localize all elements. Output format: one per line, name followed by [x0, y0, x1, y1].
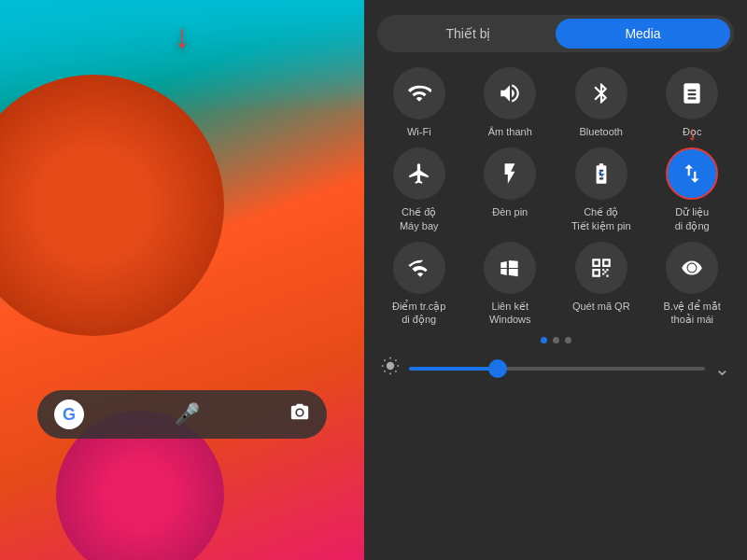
brightness-thumb[interactable]: [488, 359, 507, 378]
quick-settings-panel: Thiết bị Media Wi-Fi Âm thanh: [364, 0, 747, 560]
quick-item-hotspot[interactable]: Điểm tr.cậpdi động: [377, 242, 461, 327]
quick-item-qr[interactable]: Quét mã QR: [559, 242, 643, 327]
may-bay-label: Chế độMáy bay: [400, 205, 439, 232]
tiet-kiem-label: Chế độTiết kiệm pin: [571, 205, 631, 232]
quick-item-wifi[interactable]: Wi-Fi: [377, 67, 461, 138]
qr-label: Quét mã QR: [572, 300, 630, 313]
brightness-fill: [409, 367, 498, 371]
may-bay-icon-wrap: [393, 147, 445, 200]
tab-media[interactable]: Media: [556, 19, 730, 49]
brightness-slider-track[interactable]: [409, 367, 705, 371]
dot-1: [541, 337, 547, 343]
windows-icon-wrap: [484, 242, 536, 294]
google-logo: G: [54, 399, 84, 429]
wifi-icon-wrap: [393, 67, 445, 119]
chevron-down-icon[interactable]: ⌄: [714, 357, 730, 380]
hotspot-icon-wrap: [393, 242, 445, 294]
mic-icon[interactable]: 🎤: [175, 402, 200, 427]
page-indicator: [377, 337, 734, 343]
svg-point-1: [387, 362, 394, 370]
quick-item-tiet-kiem[interactable]: Chế độTiết kiệm pin: [559, 147, 643, 232]
quick-item-may-bay[interactable]: Chế độMáy bay: [377, 147, 461, 232]
brightness-control[interactable]: ⌄: [377, 357, 734, 380]
google-search-bar[interactable]: G 🎤: [37, 390, 327, 439]
dot-2: [553, 337, 559, 343]
quick-item-am-thanh[interactable]: Âm thanh: [469, 67, 553, 138]
am-thanh-icon-wrap: [484, 67, 536, 119]
du-lieu-label: Dữ liệudi động: [675, 205, 710, 232]
left-panel: ↓ G 🎤: [0, 0, 364, 560]
hotspot-label: Điểm tr.cậpdi động: [392, 300, 445, 327]
quick-item-windows[interactable]: Liên kếtWindows: [469, 242, 553, 327]
doc-icon-wrap: [666, 67, 718, 119]
bluetooth-icon-wrap: [575, 67, 627, 119]
tab-thiet-bi[interactable]: Thiết bị: [381, 19, 556, 49]
quick-toggle-grid: Wi-Fi Âm thanh Bluetooth: [377, 67, 734, 326]
am-thanh-label: Âm thanh: [488, 125, 532, 138]
den-pin-icon-wrap: [484, 147, 536, 200]
dot-3: [565, 337, 571, 343]
windows-label: Liên kếtWindows: [489, 300, 531, 327]
wifi-label: Wi-Fi: [407, 125, 431, 138]
bluetooth-label: Bluetooth: [580, 125, 623, 138]
den-pin-label: Đèn pin: [492, 205, 528, 218]
red-arrow-right-icon: ↓: [687, 121, 698, 146]
quick-item-bluetooth[interactable]: Bluetooth: [559, 67, 643, 138]
brightness-icon: [381, 357, 400, 380]
qr-icon-wrap: [575, 242, 627, 294]
tiet-kiem-icon-wrap: [575, 147, 627, 200]
quick-item-eye-comfort[interactable]: B.vệ để mắtthoải mái: [651, 242, 735, 327]
red-arrow-top-icon: ↓: [174, 17, 190, 56]
camera-icon[interactable]: [289, 402, 310, 427]
panel-tabs: Thiết bị Media: [377, 15, 734, 52]
quick-item-du-lieu[interactable]: ↓ Dữ liệudi động: [651, 147, 735, 232]
quick-item-den-pin[interactable]: Đèn pin: [469, 147, 553, 232]
du-lieu-icon-wrap: [666, 147, 718, 200]
eye-comfort-label: B.vệ để mắtthoải mái: [664, 300, 721, 327]
eye-comfort-icon-wrap: [666, 242, 718, 294]
